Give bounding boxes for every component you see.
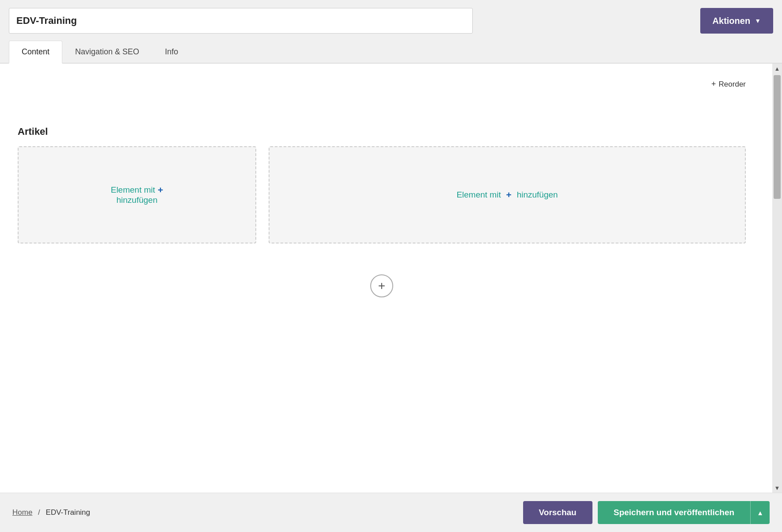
main-content: ▲ ▼ + Reorder Artikel Element mit + hinz…	[0, 64, 782, 493]
breadcrumb-home-link[interactable]: Home	[12, 508, 32, 517]
vorschau-button[interactable]: Vorschau	[523, 501, 592, 524]
content-area: + Reorder Artikel Element mit + hinzufüg…	[0, 64, 772, 315]
add-element-line-left: Element mit +	[111, 185, 163, 195]
scroll-up-icon[interactable]: ▲	[772, 64, 782, 73]
add-element-left-text1: Element mit	[111, 185, 155, 195]
add-element-right-plus-icon: +	[504, 190, 514, 200]
tab-navigation-seo[interactable]: Navigation & SEO	[62, 41, 152, 64]
reorder-row: + Reorder	[18, 72, 746, 99]
page-title-input[interactable]	[9, 8, 473, 34]
speichern-button[interactable]: Speichern und veröffentlichen	[598, 501, 750, 524]
add-element-left-text2: hinzufügen	[117, 195, 158, 205]
aktionen-button[interactable]: Aktionen ▼	[700, 8, 773, 34]
scroll-thumb[interactable]	[774, 75, 781, 199]
scrollbar: ▲ ▼	[772, 64, 782, 493]
add-element-button-left[interactable]: Element mit + hinzufügen	[111, 185, 163, 205]
reorder-button[interactable]: + Reorder	[711, 80, 746, 89]
add-element-box-right[interactable]: Element mit + hinzufügen	[269, 146, 746, 243]
aktionen-label: Aktionen	[713, 16, 751, 26]
speichern-arrow-button[interactable]: ▲	[750, 501, 770, 524]
vorschau-label: Vorschau	[539, 508, 577, 517]
speichern-label: Speichern und veröffentlichen	[614, 508, 734, 517]
publish-group: Speichern und veröffentlichen ▲	[598, 501, 770, 524]
add-element-right-text1: Element mit	[456, 190, 501, 200]
add-element-button-right[interactable]: Element mit + hinzufügen	[456, 190, 558, 200]
scroll-down-icon[interactable]: ▼	[772, 483, 782, 493]
add-element-right-text2: hinzufügen	[517, 190, 558, 200]
breadcrumb-separator: /	[38, 508, 40, 517]
add-section-plus-icon: +	[378, 279, 385, 293]
add-element-left-plus-icon: +	[158, 185, 163, 195]
tab-info[interactable]: Info	[152, 41, 191, 64]
add-section-row: +	[18, 261, 746, 306]
reorder-label: Reorder	[719, 80, 746, 89]
add-element-box-left[interactable]: Element mit + hinzufügen	[18, 146, 256, 243]
add-section-button[interactable]: +	[370, 274, 393, 297]
tabs-bar: Content Navigation & SEO Info	[0, 41, 782, 64]
bottom-bar: Home / EDV-Training Vorschau Speichern u…	[0, 493, 782, 532]
speichern-arrow-icon: ▲	[757, 509, 763, 517]
aktionen-arrow-icon: ▼	[755, 17, 761, 24]
add-element-line-right: Element mit + hinzufügen	[456, 190, 558, 200]
top-bar: Aktionen ▼	[0, 0, 782, 34]
artikel-grid: Element mit + hinzufügen Element mit + h…	[18, 146, 746, 243]
breadcrumb-current: EDV-Training	[46, 508, 90, 517]
tab-content[interactable]: Content	[9, 41, 62, 64]
artikel-section-title: Artikel	[18, 126, 746, 137]
reorder-plus-icon: +	[711, 80, 716, 89]
breadcrumb: Home / EDV-Training	[12, 508, 518, 517]
